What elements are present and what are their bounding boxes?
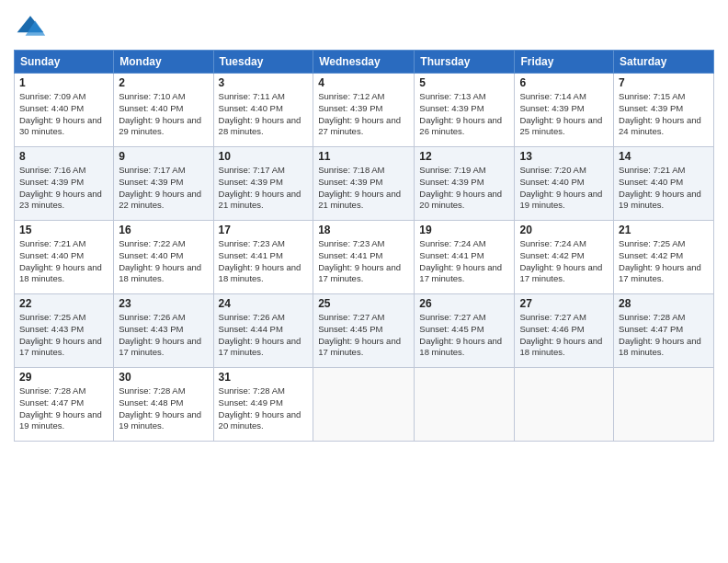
calendar-header: SundayMondayTuesdayWednesdayThursdayFrid… xyxy=(15,51,714,74)
day-number: 26 xyxy=(419,297,509,310)
logo xyxy=(14,9,51,42)
day-info: Sunrise: 7:24 AMSunset: 4:42 PMDaylight:… xyxy=(519,238,602,283)
day-info: Sunrise: 7:28 AMSunset: 4:47 PMDaylight:… xyxy=(19,385,102,431)
day-number: 22 xyxy=(19,297,108,310)
day-cell: 14Sunrise: 7:21 AMSunset: 4:40 PMDayligh… xyxy=(614,147,714,221)
day-cell: 24Sunrise: 7:26 AMSunset: 4:44 PMDayligh… xyxy=(213,294,313,368)
day-cell: 11Sunrise: 7:18 AMSunset: 4:39 PMDayligh… xyxy=(313,147,415,221)
calendar-body: 1Sunrise: 7:09 AMSunset: 4:40 PMDaylight… xyxy=(15,74,714,442)
day-cell: 20Sunrise: 7:24 AMSunset: 4:42 PMDayligh… xyxy=(515,221,614,294)
day-cell xyxy=(515,368,614,442)
header-cell-wednesday: Wednesday xyxy=(313,51,415,74)
day-number: 24 xyxy=(219,297,309,310)
day-number: 20 xyxy=(519,224,609,236)
day-info: Sunrise: 7:16 AMSunset: 4:39 PMDaylight:… xyxy=(19,165,102,210)
day-cell: 25Sunrise: 7:27 AMSunset: 4:45 PMDayligh… xyxy=(313,294,415,368)
week-row-1: 1Sunrise: 7:09 AMSunset: 4:40 PMDaylight… xyxy=(15,74,714,147)
day-info: Sunrise: 7:09 AMSunset: 4:40 PMDaylight:… xyxy=(19,91,102,136)
day-cell: 8Sunrise: 7:16 AMSunset: 4:39 PMDaylight… xyxy=(15,147,114,221)
day-info: Sunrise: 7:12 AMSunset: 4:39 PMDaylight:… xyxy=(318,91,401,136)
day-cell: 22Sunrise: 7:25 AMSunset: 4:43 PMDayligh… xyxy=(15,294,114,368)
day-info: Sunrise: 7:25 AMSunset: 4:42 PMDaylight:… xyxy=(619,238,701,283)
day-number: 3 xyxy=(219,76,309,89)
day-number: 10 xyxy=(219,150,309,163)
day-cell: 30Sunrise: 7:28 AMSunset: 4:48 PMDayligh… xyxy=(114,368,213,442)
day-cell xyxy=(614,368,714,442)
day-cell: 3Sunrise: 7:11 AMSunset: 4:40 PMDaylight… xyxy=(213,74,313,147)
day-number: 5 xyxy=(419,76,509,89)
header-cell-sunday: Sunday xyxy=(15,51,114,74)
day-number: 30 xyxy=(119,371,208,384)
day-number: 28 xyxy=(619,297,709,310)
day-info: Sunrise: 7:28 AMSunset: 4:49 PMDaylight:… xyxy=(219,385,301,431)
day-info: Sunrise: 7:26 AMSunset: 4:44 PMDaylight:… xyxy=(219,312,301,357)
day-cell: 28Sunrise: 7:28 AMSunset: 4:47 PMDayligh… xyxy=(614,294,714,368)
day-number: 25 xyxy=(318,297,409,310)
day-info: Sunrise: 7:26 AMSunset: 4:43 PMDaylight:… xyxy=(119,312,201,357)
week-row-2: 8Sunrise: 7:16 AMSunset: 4:39 PMDaylight… xyxy=(15,147,714,221)
day-info: Sunrise: 7:11 AMSunset: 4:40 PMDaylight:… xyxy=(219,91,301,136)
day-cell: 18Sunrise: 7:23 AMSunset: 4:41 PMDayligh… xyxy=(313,221,415,294)
day-number: 19 xyxy=(419,224,509,236)
day-cell: 26Sunrise: 7:27 AMSunset: 4:45 PMDayligh… xyxy=(415,294,515,368)
week-row-4: 22Sunrise: 7:25 AMSunset: 4:43 PMDayligh… xyxy=(15,294,714,368)
day-info: Sunrise: 7:22 AMSunset: 4:40 PMDaylight:… xyxy=(119,238,201,283)
day-info: Sunrise: 7:23 AMSunset: 4:41 PMDaylight:… xyxy=(318,238,401,283)
week-row-3: 15Sunrise: 7:21 AMSunset: 4:40 PMDayligh… xyxy=(15,221,714,294)
day-cell: 23Sunrise: 7:26 AMSunset: 4:43 PMDayligh… xyxy=(114,294,213,368)
day-number: 6 xyxy=(519,76,609,89)
day-info: Sunrise: 7:27 AMSunset: 4:46 PMDaylight:… xyxy=(519,312,602,357)
day-info: Sunrise: 7:23 AMSunset: 4:41 PMDaylight:… xyxy=(219,238,301,283)
day-number: 27 xyxy=(519,297,609,310)
day-info: Sunrise: 7:28 AMSunset: 4:47 PMDaylight:… xyxy=(619,312,701,357)
day-cell: 21Sunrise: 7:25 AMSunset: 4:42 PMDayligh… xyxy=(614,221,714,294)
day-number: 9 xyxy=(119,150,208,163)
calendar-table: SundayMondayTuesdayWednesdayThursdayFrid… xyxy=(14,50,714,442)
day-info: Sunrise: 7:17 AMSunset: 4:39 PMDaylight:… xyxy=(119,165,201,210)
day-number: 14 xyxy=(619,150,709,163)
day-info: Sunrise: 7:17 AMSunset: 4:39 PMDaylight:… xyxy=(219,165,301,210)
day-cell: 17Sunrise: 7:23 AMSunset: 4:41 PMDayligh… xyxy=(213,221,313,294)
day-cell: 4Sunrise: 7:12 AMSunset: 4:39 PMDaylight… xyxy=(313,74,415,147)
day-number: 23 xyxy=(119,297,208,310)
day-number: 13 xyxy=(519,150,609,163)
day-number: 8 xyxy=(19,150,108,163)
day-number: 18 xyxy=(318,224,409,236)
day-cell: 15Sunrise: 7:21 AMSunset: 4:40 PMDayligh… xyxy=(15,221,114,294)
day-info: Sunrise: 7:21 AMSunset: 4:40 PMDaylight:… xyxy=(19,238,102,283)
page: SundayMondayTuesdayWednesdayThursdayFrid… xyxy=(0,0,728,563)
day-info: Sunrise: 7:14 AMSunset: 4:39 PMDaylight:… xyxy=(519,91,602,136)
day-cell: 1Sunrise: 7:09 AMSunset: 4:40 PMDaylight… xyxy=(15,74,114,147)
day-cell: 10Sunrise: 7:17 AMSunset: 4:39 PMDayligh… xyxy=(213,147,313,221)
day-info: Sunrise: 7:13 AMSunset: 4:39 PMDaylight:… xyxy=(419,91,502,136)
day-number: 7 xyxy=(619,76,709,89)
day-cell: 31Sunrise: 7:28 AMSunset: 4:49 PMDayligh… xyxy=(213,368,313,442)
day-info: Sunrise: 7:25 AMSunset: 4:43 PMDaylight:… xyxy=(19,312,102,357)
day-cell: 16Sunrise: 7:22 AMSunset: 4:40 PMDayligh… xyxy=(114,221,213,294)
logo-icon xyxy=(14,9,47,42)
day-number: 29 xyxy=(19,371,108,384)
day-info: Sunrise: 7:27 AMSunset: 4:45 PMDaylight:… xyxy=(419,312,502,357)
day-cell: 6Sunrise: 7:14 AMSunset: 4:39 PMDaylight… xyxy=(515,74,614,147)
day-number: 4 xyxy=(318,76,409,89)
day-cell: 13Sunrise: 7:20 AMSunset: 4:40 PMDayligh… xyxy=(515,147,614,221)
day-cell xyxy=(415,368,515,442)
day-number: 17 xyxy=(219,224,309,236)
day-info: Sunrise: 7:27 AMSunset: 4:45 PMDaylight:… xyxy=(318,312,401,357)
day-info: Sunrise: 7:24 AMSunset: 4:41 PMDaylight:… xyxy=(419,238,502,283)
header xyxy=(14,9,714,42)
day-info: Sunrise: 7:18 AMSunset: 4:39 PMDaylight:… xyxy=(318,165,401,210)
day-info: Sunrise: 7:15 AMSunset: 4:39 PMDaylight:… xyxy=(619,91,701,136)
header-cell-friday: Friday xyxy=(515,51,614,74)
day-info: Sunrise: 7:20 AMSunset: 4:40 PMDaylight:… xyxy=(519,165,602,210)
day-cell: 2Sunrise: 7:10 AMSunset: 4:40 PMDaylight… xyxy=(114,74,213,147)
day-cell: 27Sunrise: 7:27 AMSunset: 4:46 PMDayligh… xyxy=(515,294,614,368)
day-number: 2 xyxy=(119,76,208,89)
day-number: 31 xyxy=(219,371,309,384)
day-info: Sunrise: 7:21 AMSunset: 4:40 PMDaylight:… xyxy=(619,165,701,210)
day-cell: 9Sunrise: 7:17 AMSunset: 4:39 PMDaylight… xyxy=(114,147,213,221)
day-number: 11 xyxy=(318,150,409,163)
day-number: 12 xyxy=(419,150,509,163)
day-number: 16 xyxy=(119,224,208,236)
day-info: Sunrise: 7:19 AMSunset: 4:39 PMDaylight:… xyxy=(419,165,502,210)
